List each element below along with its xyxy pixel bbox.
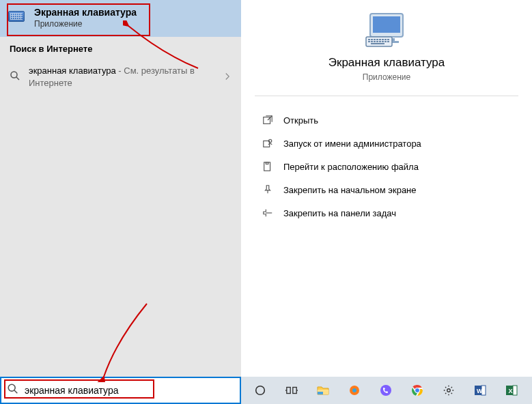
svg-text:W: W <box>477 388 483 394</box>
svg-rect-22 <box>387 41 389 42</box>
action-open[interactable]: Открыть <box>241 109 532 132</box>
taskbar: W X <box>241 377 532 404</box>
action-open-label: Открыть <box>283 115 318 126</box>
pin-taskbar-icon <box>262 207 274 219</box>
svg-rect-28 <box>264 162 270 171</box>
svg-rect-13 <box>384 39 387 40</box>
taskbar-cortana[interactable] <box>245 377 275 404</box>
taskbar-viber[interactable] <box>371 377 401 404</box>
details-panel: Экранная клавиатура Приложение Открыть <box>241 0 532 377</box>
action-pin-taskbar[interactable]: Закрепить на панели задач <box>241 201 532 225</box>
svg-rect-11 <box>379 39 381 40</box>
svg-rect-23 <box>371 43 384 44</box>
action-pin-start-label: Закрепить на начальном экране <box>283 185 417 195</box>
web-search-result[interactable]: экранная клавиатура - См. результаты в И… <box>0 59 241 95</box>
svg-rect-19 <box>379 41 381 42</box>
svg-rect-17 <box>374 41 376 42</box>
search-icon <box>10 70 20 84</box>
search-results-panel: Экранная клавиатура Приложение Поиск в И… <box>0 0 241 377</box>
action-file-location[interactable]: Перейти к расположению файла <box>241 155 532 178</box>
svg-line-33 <box>14 390 18 394</box>
svg-point-47 <box>447 389 451 392</box>
details-subtitle: Приложение <box>241 72 532 82</box>
svg-rect-20 <box>382 41 384 42</box>
best-match-result[interactable]: Экранная клавиатура Приложение <box>0 0 241 37</box>
svg-rect-52 <box>513 386 517 395</box>
svg-rect-18 <box>376 41 378 42</box>
taskbar-word[interactable]: W <box>465 377 495 404</box>
web-section-header: Поиск в Интернете <box>0 37 241 59</box>
actions-list: Открыть Запуск от имени администратора П… <box>241 96 532 237</box>
chevron-right-icon <box>223 72 232 83</box>
svg-rect-40 <box>318 392 323 394</box>
svg-point-42 <box>352 388 356 392</box>
svg-rect-12 <box>382 39 384 40</box>
taskbar-task-view[interactable] <box>277 377 307 404</box>
taskbar-file-explorer[interactable] <box>308 377 338 404</box>
svg-rect-36 <box>293 388 296 394</box>
svg-rect-29 <box>266 162 268 164</box>
osk-large-icon <box>365 12 408 48</box>
svg-rect-35 <box>287 388 290 394</box>
osk-app-icon <box>8 8 27 27</box>
svg-point-43 <box>380 385 391 396</box>
svg-rect-3 <box>373 16 400 33</box>
svg-rect-9 <box>374 39 376 40</box>
svg-rect-24 <box>264 117 270 124</box>
svg-rect-14 <box>387 39 389 40</box>
action-admin-label: Запуск от имени администратора <box>283 139 421 149</box>
svg-point-34 <box>256 386 265 395</box>
best-match-title: Экранная клавиатура <box>34 7 233 18</box>
best-match-subtitle: Приложение <box>34 19 233 29</box>
svg-rect-21 <box>384 41 387 42</box>
web-result-text: экранная клавиатура - См. результаты в И… <box>29 65 215 89</box>
taskbar-settings[interactable] <box>434 377 464 404</box>
svg-point-0 <box>11 72 17 78</box>
search-bar[interactable] <box>0 377 241 404</box>
svg-text:X: X <box>509 388 513 394</box>
svg-rect-7 <box>368 39 370 40</box>
details-title: Экранная клавиатура <box>241 56 532 70</box>
search-icon <box>7 383 20 398</box>
pin-start-icon <box>262 184 274 196</box>
svg-rect-10 <box>376 39 378 40</box>
taskbar-excel[interactable]: X <box>496 377 527 404</box>
action-location-label: Перейти к расположению файла <box>283 162 419 172</box>
open-icon <box>262 114 274 126</box>
search-input[interactable] <box>20 385 234 396</box>
taskbar-chrome[interactable] <box>402 377 432 404</box>
action-pin-taskbar-label: Закрепить на панели задач <box>283 208 396 218</box>
svg-line-1 <box>16 77 19 80</box>
svg-point-32 <box>8 384 15 391</box>
svg-rect-15 <box>368 41 370 42</box>
taskbar-app-orange[interactable] <box>339 377 369 404</box>
folder-icon <box>262 160 274 173</box>
svg-rect-8 <box>371 39 373 40</box>
svg-rect-16 <box>371 41 373 42</box>
admin-icon <box>262 137 274 149</box>
action-pin-start[interactable]: Закрепить на начальном экране <box>241 178 532 201</box>
action-run-as-admin[interactable]: Запуск от имени администратора <box>241 132 532 155</box>
